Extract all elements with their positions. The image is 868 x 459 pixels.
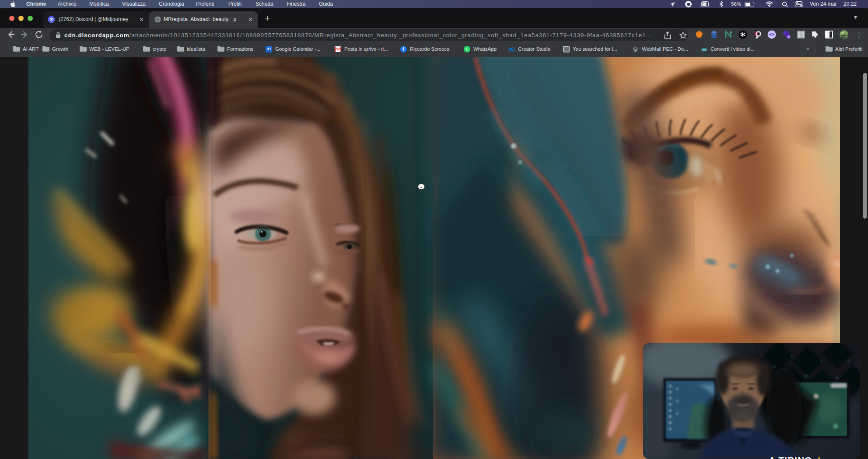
- svg-text:5: 5: [788, 35, 790, 38]
